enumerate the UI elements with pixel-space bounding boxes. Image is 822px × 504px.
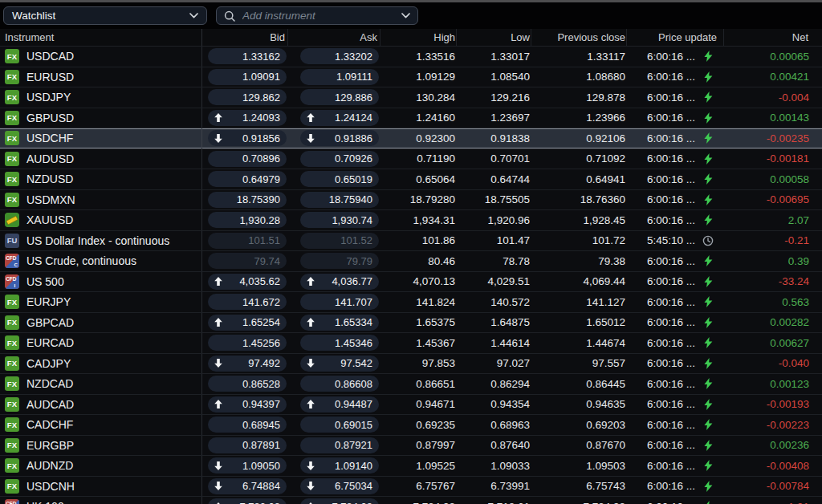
bid-price-button[interactable]: 0.87891 — [208, 437, 287, 453]
watchlist-row[interactable]: CFDI UK 100 7,783.08 7,784.08 7,784.98 7… — [0, 497, 822, 504]
bid-price-button[interactable]: 129.862 — [208, 89, 287, 105]
column-header-previous-close[interactable]: Previous close — [531, 29, 626, 46]
bid-value: 1.33162 — [242, 51, 280, 63]
net-change-value: 0.39 — [723, 255, 822, 267]
bid-price-button[interactable]: 1.33162 — [208, 48, 287, 64]
add-instrument-input[interactable] — [241, 9, 396, 22]
ask-price-button[interactable]: 1.09111 — [300, 69, 379, 85]
ask-price-button[interactable]: 4,036.77 — [300, 274, 379, 290]
column-header-net[interactable]: Net — [723, 29, 822, 46]
watchlist-row[interactable]: FX USDMXN 18.75390 18.75940 18.79280 18.… — [0, 190, 822, 211]
previous-close-value: 0.69203 — [531, 419, 626, 431]
bid-price-button[interactable]: 1.45256 — [208, 335, 287, 351]
bid-price-button[interactable]: 6.74884 — [208, 478, 287, 494]
column-header-instrument[interactable]: Instrument — [0, 29, 202, 46]
ask-price-button[interactable]: 0.86608 — [300, 376, 379, 392]
ask-price-button[interactable]: 129.886 — [300, 89, 379, 105]
low-value: 18.75505 — [456, 193, 531, 205]
ask-price-button[interactable]: 79.79 — [300, 253, 379, 269]
bid-price-button[interactable]: 0.86528 — [208, 376, 287, 392]
ask-price-button[interactable]: 1.24124 — [300, 110, 379, 126]
watchlist-row[interactable]: FX GBPCAD 1.65254 1.65334 1.65375 1.6487… — [0, 313, 822, 334]
bid-price-button[interactable]: 0.70896 — [208, 151, 287, 167]
lightning-icon — [702, 296, 714, 307]
watchlist-row[interactable]: FX USDCAD 1.33162 1.33202 1.33516 1.3301… — [0, 47, 822, 67]
price-update-time: 6:00:16 ... — [647, 91, 695, 104]
ask-price-button[interactable]: 97.542 — [300, 356, 379, 372]
watchlist-row[interactable]: FX AUDUSD 0.70896 0.70926 0.71190 0.7070… — [0, 149, 822, 170]
instrument-type-badge: FX — [5, 90, 19, 104]
watchlist-row[interactable]: CFDI US 500 4,035.62 4,036.77 4,070.13 4… — [0, 272, 822, 293]
bid-price-button[interactable]: 7,783.08 — [208, 498, 287, 504]
watchlist-row[interactable]: FX NZDCAD 0.86528 0.86608 0.86651 0.8629… — [0, 374, 822, 395]
ask-price-button[interactable]: 1.33202 — [300, 48, 379, 64]
ask-price-button[interactable]: 0.65019 — [300, 171, 379, 187]
bid-price-button[interactable]: 1.09050 — [208, 457, 287, 474]
low-value: 0.70701 — [456, 152, 531, 165]
ask-price-button[interactable]: 0.87921 — [300, 437, 379, 453]
column-header-ask[interactable]: Ask — [287, 29, 380, 46]
watchlist-row[interactable]: FU US Dollar Index - continuous 101.51 1… — [0, 231, 822, 252]
ask-value: 7,784.08 — [332, 501, 372, 504]
watchlist-row[interactable]: FX CADJPY 97.492 97.542 97.853 97.027 97… — [0, 354, 822, 375]
ask-price-button[interactable]: 1.65334 — [300, 315, 379, 331]
bid-price-button[interactable]: 141.672 — [208, 294, 287, 310]
ask-cell: 1.09111 — [287, 69, 380, 85]
watchlist-row[interactable]: FX EURUSD 1.09091 1.09111 1.09129 1.0854… — [0, 67, 822, 88]
column-header-high[interactable]: High — [380, 29, 456, 46]
ask-price-button[interactable]: 0.70926 — [300, 151, 379, 167]
watchlist-row[interactable]: CFDC US Crude, continuous 79.74 79.79 80… — [0, 251, 822, 272]
ask-price-button[interactable]: 0.91886 — [300, 130, 379, 146]
bid-price-button[interactable]: 4,035.62 — [208, 274, 287, 290]
watchlist-row[interactable]: FX GBPUSD 1.24093 1.24124 1.24160 1.2369… — [0, 108, 822, 129]
bid-price-button[interactable]: 1.09091 — [208, 69, 287, 85]
bid-price-button[interactable]: 1.65254 — [208, 315, 287, 331]
bid-price-button[interactable]: 0.68945 — [208, 417, 287, 433]
price-update-cell: 6:00:16 ... — [626, 214, 723, 226]
ask-price-button[interactable]: 1.45346 — [300, 335, 379, 351]
ask-price-button[interactable]: 1.09140 — [300, 457, 379, 474]
bid-price-button[interactable]: 101.51 — [208, 233, 287, 249]
ask-price-button[interactable]: 6.75034 — [300, 478, 379, 494]
watchlist-row[interactable]: FX CADCHF 0.68945 0.69015 0.69235 0.6896… — [0, 415, 822, 436]
previous-close-value: 0.71092 — [531, 152, 626, 165]
bid-price-button[interactable]: 1.24093 — [208, 110, 287, 126]
watchlist-dropdown[interactable]: Watchlist — [3, 6, 207, 25]
ask-price-button[interactable]: 141.707 — [300, 294, 379, 310]
column-header-bid[interactable]: Bid — [202, 29, 287, 46]
watchlist-row[interactable]: FX EURJPY 141.672 141.707 141.824 140.57… — [0, 292, 822, 313]
gold-bar-icon — [5, 213, 19, 227]
lightning-icon — [702, 460, 714, 471]
watchlist-row[interactable]: FX NZDUSD 0.64979 0.65019 0.65064 0.6474… — [0, 169, 822, 190]
bid-price-button[interactable]: 97.492 — [208, 356, 287, 372]
bid-price-button[interactable]: 0.64979 — [208, 171, 287, 187]
instrument-name: USDCAD — [26, 50, 74, 63]
watchlist-row[interactable]: FX USDCHF 0.91856 0.91886 0.92300 0.9183… — [0, 128, 822, 149]
bid-price-button[interactable]: 0.91856 — [208, 130, 287, 146]
net-change-value: 0.00058 — [723, 173, 822, 185]
price-update-cell: 6:00:16 ... — [626, 132, 723, 144]
ask-cell: 1.45346 — [287, 335, 380, 351]
column-header-low[interactable]: Low — [456, 29, 531, 46]
previous-close-value: 0.64941 — [531, 173, 626, 185]
watchlist-row[interactable]: FX AUDNZD 1.09050 1.09140 1.09525 1.0903… — [0, 456, 822, 477]
watchlist-row[interactable]: FX USDJPY 129.862 129.886 130.284 129.21… — [0, 87, 822, 108]
add-instrument-combobox[interactable] — [216, 6, 418, 25]
bid-price-button[interactable]: 18.75390 — [208, 192, 287, 208]
bid-price-button[interactable]: 1,930.28 — [208, 212, 287, 228]
watchlist-row[interactable]: XAUUSD 1,930.28 1,930.74 1,934.31 1,920.… — [0, 210, 822, 231]
ask-price-button[interactable]: 18.75940 — [300, 192, 379, 208]
watchlist-row[interactable]: FX EURCAD 1.45256 1.45346 1.45367 1.4461… — [0, 333, 822, 354]
watchlist-row[interactable]: FX EURGBP 0.87891 0.87921 0.87997 0.8764… — [0, 436, 822, 457]
price-update-time: 6:00:16 ... — [647, 173, 695, 185]
ask-price-button[interactable]: 7,784.08 — [300, 498, 379, 504]
bid-price-button[interactable]: 0.94397 — [208, 396, 287, 413]
watchlist-row[interactable]: FX USDCNH 6.74884 6.75034 6.75767 6.7399… — [0, 477, 822, 498]
ask-price-button[interactable]: 1,930.74 — [300, 212, 379, 228]
bid-price-button[interactable]: 79.74 — [208, 253, 287, 269]
watchlist-row[interactable]: FX AUDCAD 0.94397 0.94487 0.94671 0.9435… — [0, 395, 822, 416]
column-header-price-update[interactable]: Price update — [626, 29, 723, 46]
ask-price-button[interactable]: 0.94487 — [300, 396, 379, 413]
ask-price-button[interactable]: 0.69015 — [300, 417, 379, 433]
ask-price-button[interactable]: 101.52 — [300, 233, 379, 249]
